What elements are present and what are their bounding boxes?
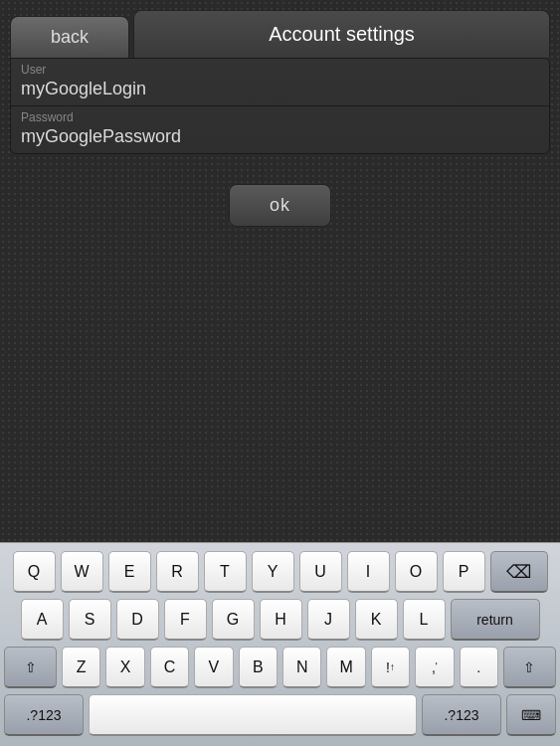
return-key[interactable]: return bbox=[451, 599, 540, 641]
key-w[interactable]: W bbox=[61, 551, 103, 593]
key-123-left[interactable]: .?123 bbox=[4, 694, 84, 736]
shift-left-key[interactable]: ⇧ bbox=[4, 647, 57, 688]
key-period[interactable]: . bbox=[460, 647, 498, 688]
key-s[interactable]: S bbox=[69, 599, 111, 641]
key-c[interactable]: C bbox=[150, 647, 189, 688]
keyboard-row-1: Q W E R T Y U I O P ⌫ bbox=[4, 551, 556, 593]
key-p[interactable]: P bbox=[443, 551, 485, 593]
key-m[interactable]: M bbox=[326, 647, 365, 688]
key-e[interactable]: E bbox=[108, 551, 151, 593]
keyboard-row-bottom: .?123 .?123 ⌨ bbox=[4, 694, 556, 736]
key-q[interactable]: Q bbox=[13, 551, 56, 593]
ok-button-wrapper: ok bbox=[0, 184, 560, 227]
key-h[interactable]: H bbox=[260, 599, 302, 641]
key-u[interactable]: U bbox=[299, 551, 342, 593]
key-a[interactable]: A bbox=[21, 599, 64, 641]
key-f[interactable]: F bbox=[164, 599, 207, 641]
password-field: Password bbox=[11, 106, 549, 153]
backspace-icon: ⌫ bbox=[506, 561, 531, 583]
shift-right-key[interactable]: ⇧ bbox=[503, 647, 556, 688]
key-d[interactable]: D bbox=[116, 599, 159, 641]
space-key[interactable] bbox=[89, 694, 417, 736]
key-comma[interactable]: ,' bbox=[415, 647, 454, 688]
ok-button[interactable]: ok bbox=[229, 184, 331, 227]
key-y[interactable]: Y bbox=[252, 551, 294, 593]
backspace-key[interactable]: ⌫ bbox=[490, 551, 548, 593]
keyboard-row-3: ⇧ Z X C V B N M !↑ ,' . ⇧ bbox=[4, 647, 556, 688]
back-tab[interactable]: back bbox=[10, 16, 129, 58]
keyboard: Q W E R T Y U I O P ⌫ A S D F G H J K L … bbox=[0, 542, 560, 746]
key-l[interactable]: L bbox=[403, 599, 446, 641]
nav-bar: back Account settings bbox=[0, 0, 560, 58]
user-input[interactable] bbox=[21, 79, 539, 99]
key-n[interactable]: N bbox=[282, 647, 321, 688]
key-k[interactable]: K bbox=[355, 599, 398, 641]
key-exclaim[interactable]: !↑ bbox=[371, 647, 410, 688]
key-i[interactable]: I bbox=[347, 551, 390, 593]
account-settings-form: User Password bbox=[10, 58, 550, 154]
key-v[interactable]: V bbox=[194, 647, 233, 688]
keyboard-row-2: A S D F G H J K L return bbox=[4, 599, 556, 641]
key-j[interactable]: J bbox=[307, 599, 350, 641]
key-x[interactable]: X bbox=[105, 647, 144, 688]
key-g[interactable]: G bbox=[212, 599, 255, 641]
key-123-right[interactable]: .?123 bbox=[422, 694, 501, 736]
key-t[interactable]: T bbox=[204, 551, 247, 593]
user-field: User bbox=[11, 59, 549, 106]
account-settings-tab[interactable]: Account settings bbox=[133, 10, 550, 58]
password-label: Password bbox=[21, 110, 539, 124]
password-input[interactable] bbox=[21, 126, 539, 147]
key-r[interactable]: R bbox=[156, 551, 199, 593]
key-z[interactable]: Z bbox=[62, 647, 100, 688]
key-o[interactable]: O bbox=[395, 551, 438, 593]
user-label: User bbox=[21, 63, 539, 77]
key-b[interactable]: B bbox=[239, 647, 278, 688]
keyboard-icon-key[interactable]: ⌨ bbox=[506, 694, 556, 736]
